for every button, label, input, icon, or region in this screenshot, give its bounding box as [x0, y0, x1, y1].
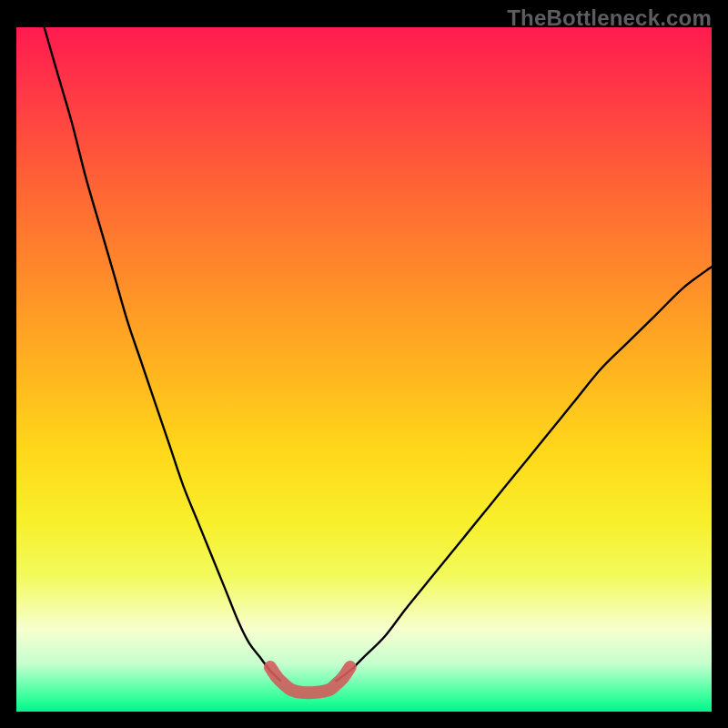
- gradient-plot-background: [16, 27, 712, 712]
- chart-stage: TheBottleneck.com: [0, 0, 728, 728]
- watermark-label: TheBottleneck.com: [507, 5, 712, 31]
